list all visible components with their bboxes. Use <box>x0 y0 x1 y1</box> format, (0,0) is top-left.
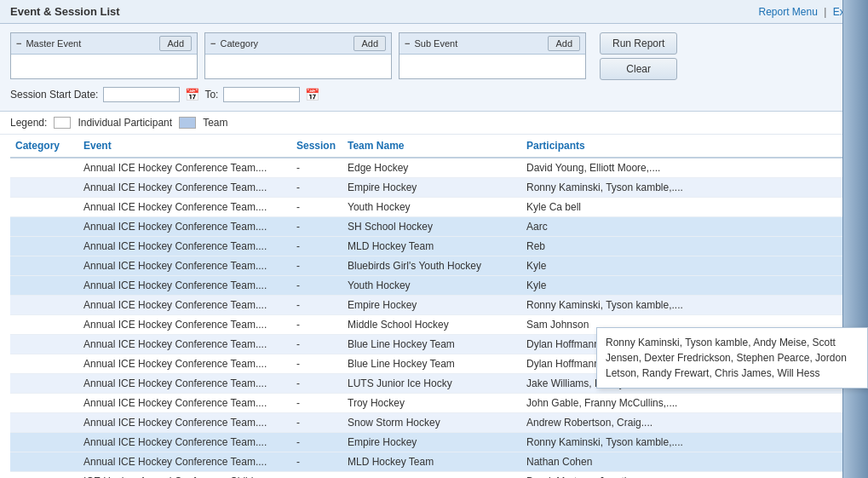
action-buttons: Run Report Clear <box>600 32 677 80</box>
end-calendar-icon[interactable]: 📅 <box>305 88 319 101</box>
report-menu-link[interactable]: Report Menu <box>758 6 817 18</box>
header-row: Category Event Session Team Name Partici… <box>10 135 858 158</box>
cell-event: Annual ICE Hockey Conference Team.... <box>78 296 291 315</box>
cell-participants: Kyle Ca bell <box>521 198 858 217</box>
results-table: Category Event Session Team Name Partici… <box>10 135 858 478</box>
cell-event: Annual ICE Hockey Conference Team.... <box>78 374 291 394</box>
cell-team: MLD Hockey Team <box>342 237 521 256</box>
cell-team: LUTS Junior Ice Hocky <box>342 374 521 394</box>
cell-category <box>10 198 78 217</box>
cell-session: - <box>291 158 342 178</box>
cell-session: - <box>291 296 342 315</box>
cell-category <box>10 433 78 452</box>
cell-event: Annual ICE Hockey Conference Team.... <box>78 433 291 452</box>
table-row: Annual ICE Hockey Conference Team....-Em… <box>10 178 858 198</box>
cell-category <box>10 158 78 178</box>
page-title: Event & Session List <box>10 5 120 18</box>
cell-event: Annual ICE Hockey Conference Team.... <box>78 158 291 178</box>
table-row: Annual ICE Hockey Conference Team....-Em… <box>10 433 858 452</box>
cell-participants: David Young, Elliott Moore,.... <box>521 158 858 178</box>
col-session: Session <box>291 135 342 158</box>
cell-category <box>10 374 78 394</box>
cell-participants: Ronny Kaminski, Tyson kamble,.... <box>521 433 858 452</box>
filter-row: − Master Event Add − Category Add <box>10 32 858 80</box>
cell-session: - <box>291 256 342 276</box>
cell-session: - <box>291 472 342 479</box>
cell-category <box>10 276 78 296</box>
clear-button[interactable]: Clear <box>600 58 677 80</box>
cell-participants: Aarc <box>521 217 858 237</box>
right-decoration <box>842 0 868 478</box>
cell-participants: Ronny Kaminski, Tyson kamble,.... <box>521 178 858 198</box>
cell-category <box>10 217 78 237</box>
tooltip-text: Ronny Kaminski, Tyson kamble, Andy Meise… <box>606 337 847 379</box>
cell-session: - <box>291 452 342 472</box>
cell-event: Annual ICE Hockey Conference Team.... <box>78 276 291 296</box>
cell-category <box>10 335 78 354</box>
table-row: Annual ICE Hockey Conference Team....-Yo… <box>10 198 858 217</box>
cell-category <box>10 472 78 479</box>
category-body <box>205 55 391 78</box>
run-report-button[interactable]: Run Report <box>600 32 677 55</box>
sub-event-header: − Sub Event Add <box>400 33 585 55</box>
cell-team: MLD Hockey Team <box>342 452 521 472</box>
cell-participants: Reb <box>521 237 858 256</box>
master-event-body <box>11 55 197 78</box>
cell-event: Annual ICE Hockey Conference Team.... <box>78 413 291 433</box>
legend-team-box <box>179 117 196 129</box>
category-filter: − Category Add <box>204 32 392 79</box>
minus-icon: − <box>16 38 21 49</box>
cell-category <box>10 178 78 198</box>
table-container: Category Event Session Team Name Partici… <box>0 135 868 478</box>
cell-team: Edge Hockey <box>342 158 521 178</box>
cell-event: Annual ICE Hockey Conference Team.... <box>78 217 291 237</box>
legend-individual-label: Individual Participant <box>78 117 172 129</box>
cell-participants: Ronny Kaminski, Tyson kamble,.... <box>521 296 858 315</box>
col-category: Category <box>10 135 78 158</box>
cell-participants: Andrew Robertson, Craig.... <box>521 413 858 433</box>
cell-session: - <box>291 354 342 374</box>
sub-event-body <box>400 55 585 78</box>
table-header: Category Event Session Team Name Partici… <box>10 135 858 158</box>
legend-row: Legend: Individual Participant Team <box>0 112 868 135</box>
end-date-input[interactable] <box>223 87 300 102</box>
cell-team: Youth Hockey <box>342 198 521 217</box>
cell-category <box>10 413 78 433</box>
cell-team: SH School Hockey <box>342 217 521 237</box>
cell-category <box>10 452 78 472</box>
table-row: Annual ICE Hockey Conference Team....-Ed… <box>10 158 858 178</box>
legend-individual-box <box>54 117 71 129</box>
master-event-add-button[interactable]: Add <box>159 36 192 51</box>
cell-session: - <box>291 217 342 237</box>
col-participants: Participants <box>521 135 858 158</box>
cell-team: Empire Hockey <box>342 433 521 452</box>
cell-participants: Derek Martens, Jonathan.... <box>521 472 858 479</box>
sub-event-add-button[interactable]: Add <box>548 36 580 51</box>
col-event: Event <box>78 135 291 158</box>
cell-category <box>10 315 78 335</box>
sub-event-label: − Sub Event <box>405 38 457 49</box>
cell-team: - <box>342 472 521 479</box>
table-row: Annual ICE Hockey Conference Team....-Sn… <box>10 413 858 433</box>
session-start-date-input[interactable] <box>103 87 180 102</box>
cell-session: - <box>291 374 342 394</box>
cell-team: Middle School Hockey <box>342 315 521 335</box>
cell-category <box>10 237 78 256</box>
legend-label: Legend: <box>10 117 47 129</box>
cell-session: - <box>291 198 342 217</box>
cell-participants: John Gable, Franny McCullins,.... <box>521 394 858 413</box>
cell-session: - <box>291 237 342 256</box>
cell-participants: Kyle <box>521 276 858 296</box>
cell-category <box>10 256 78 276</box>
category-add-button[interactable]: Add <box>354 36 386 51</box>
table-row: Annual ICE Hockey Conference Team....-Tr… <box>10 394 858 413</box>
cell-session: - <box>291 335 342 354</box>
start-calendar-icon[interactable]: 📅 <box>185 88 199 101</box>
cell-team: Snow Storm Hockey <box>342 413 521 433</box>
cell-session: - <box>291 433 342 452</box>
link-separator: | <box>824 6 826 18</box>
cell-event: Annual ICE Hockey Conference Team.... <box>78 452 291 472</box>
table-row: Annual ICE Hockey Conference Team....-Em… <box>10 296 858 315</box>
table-row: Annual ICE Hockey Conference Team....-ML… <box>10 452 858 472</box>
cell-category <box>10 296 78 315</box>
